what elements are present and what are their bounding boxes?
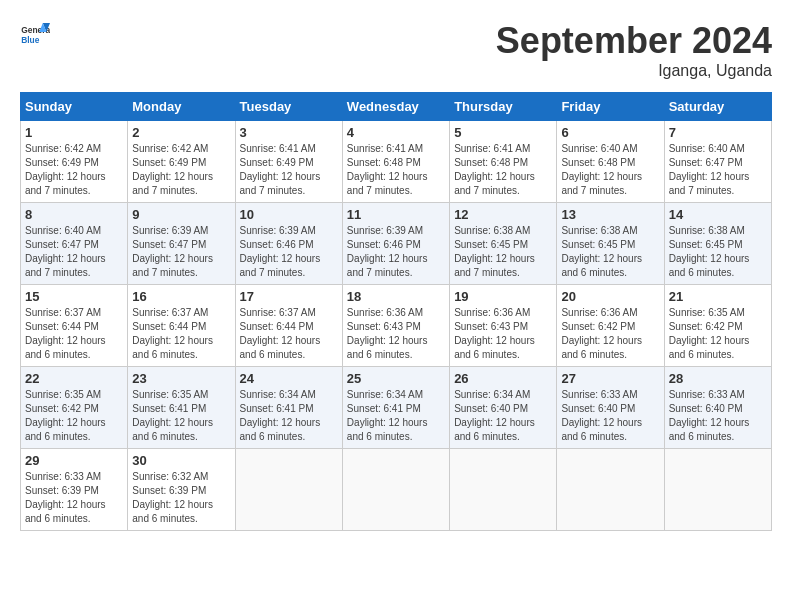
weekday-header-saturday: Saturday (664, 93, 771, 121)
calendar-cell (235, 449, 342, 531)
calendar-cell: 25 Sunrise: 6:34 AMSunset: 6:41 PMDaylig… (342, 367, 449, 449)
calendar-week-row: 22 Sunrise: 6:35 AMSunset: 6:42 PMDaylig… (21, 367, 772, 449)
weekday-header-row: SundayMondayTuesdayWednesdayThursdayFrid… (21, 93, 772, 121)
calendar-cell: 2 Sunrise: 6:42 AMSunset: 6:49 PMDayligh… (128, 121, 235, 203)
svg-text:Blue: Blue (21, 35, 40, 45)
day-number: 26 (454, 371, 552, 386)
calendar-cell (342, 449, 449, 531)
day-number: 29 (25, 453, 123, 468)
day-number: 18 (347, 289, 445, 304)
day-number: 5 (454, 125, 552, 140)
day-detail: Sunrise: 6:34 AMSunset: 6:41 PMDaylight:… (240, 389, 321, 442)
day-number: 13 (561, 207, 659, 222)
day-detail: Sunrise: 6:41 AMSunset: 6:48 PMDaylight:… (347, 143, 428, 196)
day-detail: Sunrise: 6:36 AMSunset: 6:43 PMDaylight:… (347, 307, 428, 360)
day-detail: Sunrise: 6:39 AMSunset: 6:46 PMDaylight:… (240, 225, 321, 278)
day-number: 19 (454, 289, 552, 304)
day-detail: Sunrise: 6:40 AMSunset: 6:47 PMDaylight:… (25, 225, 106, 278)
calendar-cell: 12 Sunrise: 6:38 AMSunset: 6:45 PMDaylig… (450, 203, 557, 285)
day-detail: Sunrise: 6:38 AMSunset: 6:45 PMDaylight:… (669, 225, 750, 278)
calendar-week-row: 29 Sunrise: 6:33 AMSunset: 6:39 PMDaylig… (21, 449, 772, 531)
day-detail: Sunrise: 6:34 AMSunset: 6:41 PMDaylight:… (347, 389, 428, 442)
day-detail: Sunrise: 6:41 AMSunset: 6:48 PMDaylight:… (454, 143, 535, 196)
calendar-cell: 5 Sunrise: 6:41 AMSunset: 6:48 PMDayligh… (450, 121, 557, 203)
calendar-cell: 13 Sunrise: 6:38 AMSunset: 6:45 PMDaylig… (557, 203, 664, 285)
day-number: 28 (669, 371, 767, 386)
day-detail: Sunrise: 6:40 AMSunset: 6:48 PMDaylight:… (561, 143, 642, 196)
location-title: Iganga, Uganda (496, 62, 772, 80)
calendar-cell: 14 Sunrise: 6:38 AMSunset: 6:45 PMDaylig… (664, 203, 771, 285)
day-number: 4 (347, 125, 445, 140)
calendar-cell: 16 Sunrise: 6:37 AMSunset: 6:44 PMDaylig… (128, 285, 235, 367)
calendar-week-row: 8 Sunrise: 6:40 AMSunset: 6:47 PMDayligh… (21, 203, 772, 285)
day-detail: Sunrise: 6:36 AMSunset: 6:43 PMDaylight:… (454, 307, 535, 360)
weekday-header-wednesday: Wednesday (342, 93, 449, 121)
logo: General Blue (20, 20, 50, 50)
calendar-cell: 22 Sunrise: 6:35 AMSunset: 6:42 PMDaylig… (21, 367, 128, 449)
day-number: 24 (240, 371, 338, 386)
calendar-cell: 23 Sunrise: 6:35 AMSunset: 6:41 PMDaylig… (128, 367, 235, 449)
weekday-header-thursday: Thursday (450, 93, 557, 121)
day-number: 3 (240, 125, 338, 140)
day-number: 10 (240, 207, 338, 222)
day-detail: Sunrise: 6:37 AMSunset: 6:44 PMDaylight:… (132, 307, 213, 360)
calendar-cell: 1 Sunrise: 6:42 AMSunset: 6:49 PMDayligh… (21, 121, 128, 203)
calendar-cell: 3 Sunrise: 6:41 AMSunset: 6:49 PMDayligh… (235, 121, 342, 203)
calendar-cell: 30 Sunrise: 6:32 AMSunset: 6:39 PMDaylig… (128, 449, 235, 531)
day-number: 25 (347, 371, 445, 386)
day-number: 9 (132, 207, 230, 222)
day-detail: Sunrise: 6:37 AMSunset: 6:44 PMDaylight:… (240, 307, 321, 360)
day-number: 21 (669, 289, 767, 304)
day-detail: Sunrise: 6:40 AMSunset: 6:47 PMDaylight:… (669, 143, 750, 196)
calendar-cell: 15 Sunrise: 6:37 AMSunset: 6:44 PMDaylig… (21, 285, 128, 367)
day-number: 27 (561, 371, 659, 386)
day-detail: Sunrise: 6:41 AMSunset: 6:49 PMDaylight:… (240, 143, 321, 196)
calendar-cell (664, 449, 771, 531)
calendar-cell: 19 Sunrise: 6:36 AMSunset: 6:43 PMDaylig… (450, 285, 557, 367)
day-number: 22 (25, 371, 123, 386)
calendar-cell: 11 Sunrise: 6:39 AMSunset: 6:46 PMDaylig… (342, 203, 449, 285)
calendar-cell (557, 449, 664, 531)
title-area: September 2024 Iganga, Uganda (496, 20, 772, 80)
calendar-week-row: 15 Sunrise: 6:37 AMSunset: 6:44 PMDaylig… (21, 285, 772, 367)
calendar-table: SundayMondayTuesdayWednesdayThursdayFrid… (20, 92, 772, 531)
day-detail: Sunrise: 6:33 AMSunset: 6:39 PMDaylight:… (25, 471, 106, 524)
day-detail: Sunrise: 6:35 AMSunset: 6:42 PMDaylight:… (25, 389, 106, 442)
day-number: 15 (25, 289, 123, 304)
day-detail: Sunrise: 6:33 AMSunset: 6:40 PMDaylight:… (669, 389, 750, 442)
day-detail: Sunrise: 6:35 AMSunset: 6:41 PMDaylight:… (132, 389, 213, 442)
calendar-cell: 20 Sunrise: 6:36 AMSunset: 6:42 PMDaylig… (557, 285, 664, 367)
day-number: 8 (25, 207, 123, 222)
calendar-cell: 9 Sunrise: 6:39 AMSunset: 6:47 PMDayligh… (128, 203, 235, 285)
calendar-cell: 6 Sunrise: 6:40 AMSunset: 6:48 PMDayligh… (557, 121, 664, 203)
weekday-header-monday: Monday (128, 93, 235, 121)
day-number: 12 (454, 207, 552, 222)
day-detail: Sunrise: 6:42 AMSunset: 6:49 PMDaylight:… (25, 143, 106, 196)
calendar-cell: 10 Sunrise: 6:39 AMSunset: 6:46 PMDaylig… (235, 203, 342, 285)
day-detail: Sunrise: 6:36 AMSunset: 6:42 PMDaylight:… (561, 307, 642, 360)
calendar-cell: 24 Sunrise: 6:34 AMSunset: 6:41 PMDaylig… (235, 367, 342, 449)
day-detail: Sunrise: 6:32 AMSunset: 6:39 PMDaylight:… (132, 471, 213, 524)
day-number: 16 (132, 289, 230, 304)
weekday-header-tuesday: Tuesday (235, 93, 342, 121)
calendar-cell: 7 Sunrise: 6:40 AMSunset: 6:47 PMDayligh… (664, 121, 771, 203)
day-detail: Sunrise: 6:39 AMSunset: 6:47 PMDaylight:… (132, 225, 213, 278)
day-number: 1 (25, 125, 123, 140)
day-number: 14 (669, 207, 767, 222)
month-title: September 2024 (496, 20, 772, 62)
day-detail: Sunrise: 6:34 AMSunset: 6:40 PMDaylight:… (454, 389, 535, 442)
day-detail: Sunrise: 6:38 AMSunset: 6:45 PMDaylight:… (454, 225, 535, 278)
calendar-cell: 18 Sunrise: 6:36 AMSunset: 6:43 PMDaylig… (342, 285, 449, 367)
day-number: 20 (561, 289, 659, 304)
calendar-cell: 26 Sunrise: 6:34 AMSunset: 6:40 PMDaylig… (450, 367, 557, 449)
day-detail: Sunrise: 6:33 AMSunset: 6:40 PMDaylight:… (561, 389, 642, 442)
day-number: 6 (561, 125, 659, 140)
day-detail: Sunrise: 6:39 AMSunset: 6:46 PMDaylight:… (347, 225, 428, 278)
calendar-cell: 21 Sunrise: 6:35 AMSunset: 6:42 PMDaylig… (664, 285, 771, 367)
day-number: 30 (132, 453, 230, 468)
day-number: 7 (669, 125, 767, 140)
calendar-cell: 4 Sunrise: 6:41 AMSunset: 6:48 PMDayligh… (342, 121, 449, 203)
day-detail: Sunrise: 6:35 AMSunset: 6:42 PMDaylight:… (669, 307, 750, 360)
weekday-header-friday: Friday (557, 93, 664, 121)
calendar-cell: 28 Sunrise: 6:33 AMSunset: 6:40 PMDaylig… (664, 367, 771, 449)
